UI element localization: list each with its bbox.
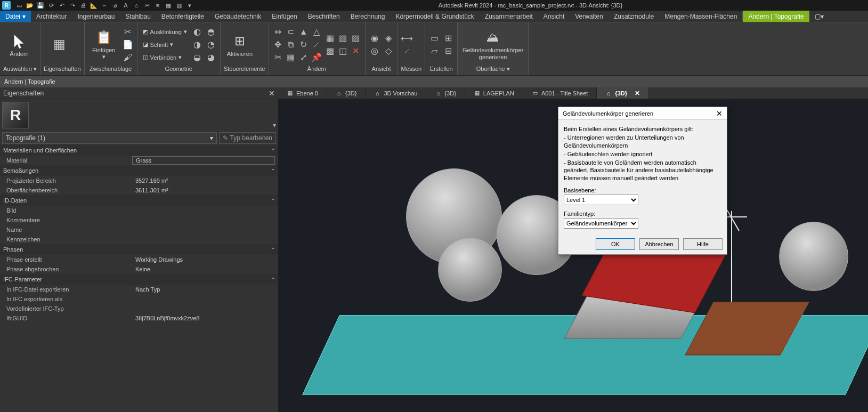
prop-material-value[interactable]: Grass: [132, 156, 275, 165]
prop-ifc-export-value[interactable]: Nach Typ: [132, 286, 278, 293]
grid-tool-4-icon[interactable]: ▩: [325, 45, 336, 57]
view-tool-4-icon[interactable]: ◇: [383, 45, 394, 57]
qat-section-icon[interactable]: ✂: [143, 1, 151, 10]
edit-type-button[interactable]: ✎Typ bearbeiten: [219, 132, 276, 144]
qat-dim-icon[interactable]: ↔: [100, 1, 109, 10]
tab-zusammenarbeit[interactable]: Zusammenarbeit: [480, 11, 538, 22]
tab-extra-dropdown[interactable]: ▢▾: [809, 11, 829, 22]
tab-koerpermodell[interactable]: Körpermodell & Grundstück: [390, 11, 479, 22]
properties-close-icon[interactable]: ✕: [269, 89, 275, 98]
tab-mengen[interactable]: Mengen-Massen-Flächen: [659, 11, 742, 22]
qat-redo-icon[interactable]: ↷: [68, 1, 77, 10]
cancel-button[interactable]: Abbrechen: [639, 238, 679, 250]
copy-icon[interactable]: 📄: [122, 39, 134, 51]
pin-icon[interactable]: 📌: [311, 52, 322, 63]
grid-tool-2-icon[interactable]: ▧: [337, 33, 349, 44]
qat-print-icon[interactable]: 🖨: [79, 1, 87, 10]
split-icon[interactable]: ✂: [272, 52, 284, 63]
view-tab-3d-active[interactable]: ⌂{3D}✕: [597, 87, 649, 99]
rotate-icon[interactable]: ↻: [298, 39, 310, 51]
qat-open-icon[interactable]: ▭: [15, 1, 23, 10]
qat-undo-icon[interactable]: ↶: [58, 1, 66, 10]
measure-tool-1-icon[interactable]: ⟷: [401, 33, 413, 44]
tab-close-icon[interactable]: ✕: [635, 90, 640, 97]
qat-measure-icon[interactable]: 📐: [90, 1, 98, 10]
mirror-draw-icon[interactable]: △: [311, 26, 322, 38]
geom-tool-2-icon[interactable]: ◑: [191, 39, 203, 51]
family-type-select[interactable]: Geländevolumenkörper 1: [564, 218, 638, 229]
move-icon[interactable]: ✥: [272, 39, 284, 51]
qat-dropdown-icon[interactable]: ▾: [185, 1, 194, 10]
measure-tool-2-icon[interactable]: ⟋: [401, 45, 413, 57]
tab-stahlbau[interactable]: Stahlbau: [120, 11, 156, 22]
basis-level-select[interactable]: Level 1: [564, 195, 638, 205]
tab-ansicht[interactable]: Ansicht: [538, 11, 570, 22]
grid-tool-5-icon[interactable]: ◫: [337, 45, 349, 57]
cope-button[interactable]: ◩Ausklinkung ▾: [141, 26, 189, 38]
tab-zusatzmodule[interactable]: Zusatzmodule: [609, 11, 659, 22]
tab-file[interactable]: Datei▾: [0, 11, 31, 22]
cut-icon[interactable]: ✂: [122, 26, 134, 38]
tab-betonfertigteile[interactable]: Betonfertigteile: [156, 11, 209, 22]
prop-phase-created-value[interactable]: Working Drawings: [132, 256, 278, 263]
delete-icon[interactable]: ✕: [350, 45, 362, 57]
qat-3d-icon[interactable]: ⌂: [132, 1, 141, 10]
tab-beschriften[interactable]: Beschriften: [303, 11, 345, 22]
tab-modify-topography[interactable]: Ändern | Topografie: [743, 11, 809, 22]
create-tool-3-icon[interactable]: ⊞: [442, 33, 454, 44]
view-tool-2-icon[interactable]: ◎: [369, 45, 380, 57]
ok-button[interactable]: OK: [596, 238, 635, 250]
geom-tool-6-icon[interactable]: ◕: [205, 52, 217, 63]
modify-button[interactable]: Ändern: [3, 25, 35, 65]
mirror-axis-icon[interactable]: ▲: [298, 26, 310, 38]
geom-tool-4-icon[interactable]: ◓: [205, 26, 217, 38]
tab-berechnung[interactable]: Berechnung: [345, 11, 391, 22]
tab-verwalten[interactable]: Verwalten: [570, 11, 609, 22]
prop-cat-phase[interactable]: Phasen⌃: [0, 244, 278, 255]
trim-icon[interactable]: ⟋: [311, 39, 322, 51]
generate-toposolid-button[interactable]: ⛰ Geländevolumenkörper generieren: [461, 25, 525, 65]
offset-icon[interactable]: ⊂: [285, 26, 297, 38]
view-tab-3d-preview[interactable]: ⌂3D Vorschau: [366, 87, 426, 99]
qat-thin-icon[interactable]: ≡: [153, 1, 162, 10]
tab-architektur[interactable]: Architektur: [31, 11, 72, 22]
view-tab-ebene0[interactable]: ▦Ebene 0: [278, 87, 327, 99]
scale-icon[interactable]: ⤢: [298, 52, 310, 63]
dialog-title-bar[interactable]: Geländevolumenkörper generieren ✕: [558, 107, 727, 120]
array-icon[interactable]: ▦: [285, 52, 297, 63]
create-tool-2-icon[interactable]: ▱: [428, 45, 440, 57]
create-tool-1-icon[interactable]: ▭: [428, 33, 440, 44]
prop-cat-materials[interactable]: Materialien und Oberflächen⌃: [0, 145, 278, 156]
qat-sync-icon[interactable]: ⟳: [47, 1, 55, 10]
prop-phase-demo-value[interactable]: Keine: [132, 266, 278, 272]
qat-open-folder-icon[interactable]: 📂: [26, 1, 34, 10]
tab-einfuegen[interactable]: Einfügen: [266, 11, 302, 22]
geom-tool-1-icon[interactable]: ◐: [191, 26, 203, 38]
tab-ingenieurbau[interactable]: Ingenieurbau: [72, 11, 120, 22]
qat-close-icon[interactable]: ▦: [164, 1, 173, 10]
paste-button[interactable]: 📋 Einfügen▾: [88, 25, 120, 65]
view-tab-lageplan[interactable]: ▦LAGEPLAN: [465, 87, 523, 99]
view-tab-titlesheet[interactable]: ▭A001 - Title Sheet: [523, 87, 597, 99]
geom-tool-3-icon[interactable]: ◒: [191, 52, 203, 63]
type-selector[interactable]: Topografie (1)▾: [2, 132, 217, 144]
type-dropdown-icon[interactable]: ▾: [273, 122, 276, 129]
view-tab-3d-2[interactable]: ⌂{3D}: [426, 87, 465, 99]
align-icon[interactable]: ⇔: [272, 26, 284, 38]
type-thumbnail[interactable]: R: [2, 102, 29, 128]
prop-cat-ifc[interactable]: IFC-Parameter⌃: [0, 274, 278, 285]
geom-tool-5-icon[interactable]: ◔: [205, 39, 217, 51]
3d-viewport[interactable]: Geländevolumenkörper generieren ✕ Beim E…: [278, 99, 868, 412]
prop-cat-dim[interactable]: Bemaßungen⌃: [0, 165, 278, 176]
activate-button[interactable]: ⊞ Aktivieren: [224, 25, 256, 65]
qat-save-icon[interactable]: 💾: [36, 1, 45, 10]
grid-tool-1-icon[interactable]: ▦: [325, 33, 336, 44]
qat-tag-icon[interactable]: ⌀: [111, 1, 119, 10]
grid-tool-3-icon[interactable]: ▨: [350, 33, 362, 44]
view-tool-3-icon[interactable]: ◈: [383, 33, 394, 44]
cut-geom-button[interactable]: ◪Schnitt ▾: [141, 39, 189, 51]
help-button[interactable]: Hilfe: [683, 238, 723, 250]
copy-tool-icon[interactable]: ⧉: [285, 39, 297, 51]
dialog-close-icon[interactable]: ✕: [716, 109, 723, 118]
match-icon[interactable]: 🖌: [122, 52, 134, 63]
